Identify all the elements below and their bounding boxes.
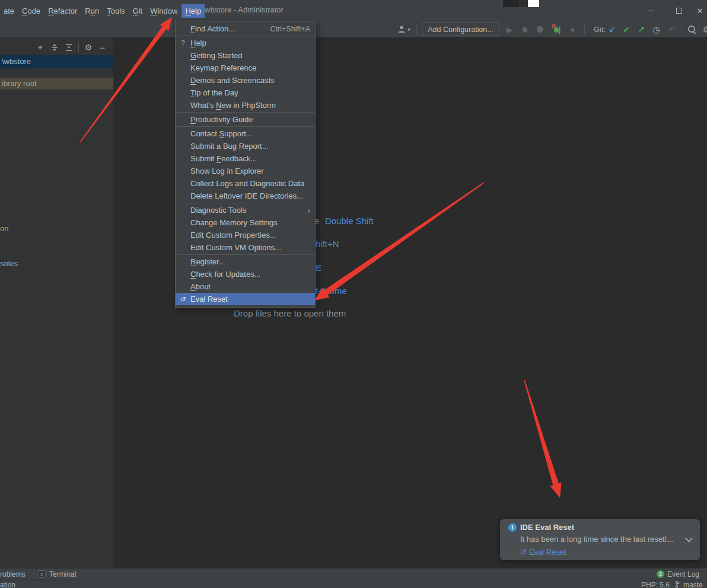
eval-reset-link[interactable]: ↺Eval Reset xyxy=(520,548,566,557)
menu-item-label: About xyxy=(190,282,211,291)
menu-item-help[interactable]: ?Help xyxy=(176,37,315,49)
close-icon: ✕ xyxy=(697,7,703,15)
menu-item-label: Demos and Screencasts xyxy=(190,76,275,85)
menu-item-diagnostic-tools[interactable]: Diagnostic Tools› xyxy=(176,204,315,216)
menubar-item-window[interactable]: Window xyxy=(147,4,181,18)
collapse-all-icon[interactable] xyxy=(65,43,73,52)
menu-separator xyxy=(176,112,315,113)
background-artifact xyxy=(519,0,528,7)
menu-item-label: Eval Reset xyxy=(190,295,228,303)
menu-item-label: Register... xyxy=(190,257,225,266)
menu-item-shortcut: Ctrl+Shift+A xyxy=(270,25,310,33)
history-icon[interactable]: ◷ xyxy=(651,21,661,37)
menu-item-productivity-guide[interactable]: Productivity Guide xyxy=(176,113,315,126)
menu-item-find-action[interactable]: Find Action...Ctrl+Shift+A xyxy=(176,23,315,35)
project-panel: ⌖ ⚙ − \wbstore ibrary root on soles xyxy=(0,37,113,568)
expand-notification-icon[interactable] xyxy=(685,535,693,542)
terminal-icon: ≥ xyxy=(38,570,46,578)
menu-item-label: What's New in PhpStorm xyxy=(190,101,276,110)
menu-item-contact-support[interactable]: Contact Support... xyxy=(176,127,315,140)
menubar-item-run[interactable]: Run xyxy=(81,4,103,18)
menu-item-show-log-in-explorer[interactable]: Show Log in Explorer xyxy=(176,165,315,177)
menu-item-keymap-reference[interactable]: Keymap Reference xyxy=(176,62,315,74)
problems-toolwindow-button[interactable]: roblems xyxy=(0,570,26,579)
menu-item-eval-reset[interactable]: ↺Eval Reset xyxy=(176,293,315,305)
menu-item-label: Delete Leftover IDE Directories... xyxy=(190,191,303,200)
php-version-widget[interactable]: PHP: 5.6 xyxy=(641,581,670,588)
hint-shortcut-recent-files: E xyxy=(316,263,321,273)
library-root-row[interactable]: ibrary root xyxy=(0,78,113,90)
toolbar-divider xyxy=(681,25,681,34)
close-button[interactable]: ✕ xyxy=(693,0,707,21)
menubar-item-code[interactable]: Code xyxy=(18,4,44,18)
coverage-icon[interactable] xyxy=(536,21,545,37)
add-configuration-button[interactable]: Add Configuration... xyxy=(422,23,499,36)
menu-item-delete-leftover-ide-directories[interactable]: Delete Leftover IDE Directories... xyxy=(176,190,315,202)
expand-all-icon[interactable] xyxy=(50,43,59,52)
menu-item-check-for-updates[interactable]: Check for Updates... xyxy=(176,268,315,280)
menu-item-edit-custom-properties[interactable]: Edit Custom Properties... xyxy=(176,229,315,241)
debug-icon[interactable] xyxy=(520,21,530,37)
menu-item-submit-feedback[interactable]: Submit Feedback... xyxy=(176,152,315,165)
locate-icon[interactable]: ⌖ xyxy=(33,43,47,53)
menu-item-about[interactable]: About xyxy=(176,280,315,293)
hint-shortcut-go-to-file: hift+N xyxy=(316,239,339,249)
menu-item-label: Check for Updates... xyxy=(190,270,261,279)
toolbar-divider xyxy=(416,25,417,34)
hide-panel-icon[interactable]: − xyxy=(95,43,110,53)
git-branch-icon xyxy=(675,581,681,588)
git-push-icon[interactable]: ↗ xyxy=(636,21,646,37)
window-title: wbstore - Administrator xyxy=(205,5,284,14)
arrow-to-eval-reset-item xyxy=(314,182,485,301)
rollback-icon[interactable]: ↶ xyxy=(667,21,676,37)
menubar-item-git[interactable]: Git xyxy=(129,4,147,18)
run-icon[interactable]: ▶ xyxy=(505,21,514,37)
window-controls: ✕ xyxy=(637,0,707,21)
tree-item-partial[interactable]: on xyxy=(0,224,8,233)
menu-item-what-s-new-in-phpstorm[interactable]: What's New in PhpStorm xyxy=(176,99,315,111)
menu-item-label: Submit a Bug Report... xyxy=(190,142,269,151)
maximize-button[interactable] xyxy=(665,0,693,21)
help-dropdown-menu: Find Action...Ctrl+Shift+A?HelpGetting S… xyxy=(175,21,316,308)
submenu-arrow-icon: › xyxy=(307,206,310,215)
menubar-item-tools[interactable]: Tools xyxy=(103,4,128,18)
menu-item-getting-started[interactable]: Getting Started xyxy=(176,49,315,62)
arrow-to-notification xyxy=(524,380,562,498)
menubar-item-help[interactable]: Help xyxy=(181,4,205,18)
menu-item-submit-a-bug-report[interactable]: Submit a Bug Report... xyxy=(176,140,315,152)
menu-separator xyxy=(176,126,315,127)
user-account-icon[interactable]: ▾ xyxy=(395,21,413,37)
terminal-toolwindow-button[interactable]: Terminal xyxy=(49,570,76,579)
git-commit-icon[interactable]: ✔ xyxy=(622,21,631,37)
menu-item-label: Diagnostic Tools xyxy=(190,206,246,215)
panel-toolbar-divider xyxy=(78,43,79,52)
menu-separator xyxy=(176,254,315,255)
search-everywhere-icon[interactable] xyxy=(687,21,698,37)
tree-item-partial[interactable]: soles xyxy=(0,259,18,268)
minimize-button[interactable] xyxy=(637,0,665,21)
notification-title: IDE Eval Reset xyxy=(520,523,574,532)
settings-gear-icon[interactable]: ⚙ xyxy=(702,21,707,37)
menu-item-change-memory-settings[interactable]: Change Memory Settings xyxy=(176,216,315,229)
maximize-icon xyxy=(676,8,682,14)
menu-item-demos-and-screencasts[interactable]: Demos and Screencasts xyxy=(176,74,315,87)
git-update-icon[interactable]: ↙ xyxy=(607,21,617,37)
menubar-item-refactor[interactable]: Refactor xyxy=(44,4,81,18)
menu-item-label: Submit Feedback... xyxy=(190,154,257,163)
event-log-button[interactable]: Event Log xyxy=(667,570,699,579)
menu-item-label: Tip of the Day xyxy=(190,88,238,97)
xdebug-listen-icon[interactable]: ⊘] xyxy=(550,21,562,37)
git-branch-widget[interactable]: maste xyxy=(683,581,703,588)
gear-icon[interactable]: ⚙ xyxy=(81,43,95,52)
menu-item-tip-of-the-day[interactable]: Tip of the Day xyxy=(176,87,315,99)
menu-item-collect-logs-and-diagnostic-data[interactable]: Collect Logs and Diagnostic Data xyxy=(176,177,315,190)
project-root-row[interactable]: \wbstore xyxy=(0,55,113,68)
menu-separator xyxy=(176,203,315,203)
menu-item-label: Change Memory Settings xyxy=(190,218,278,227)
menu-item-register[interactable]: Register... xyxy=(176,255,315,268)
stop-icon[interactable]: ■ xyxy=(568,21,577,37)
menu-item-edit-custom-vm-options[interactable]: Edit Custom VM Options... xyxy=(176,241,315,254)
menubar-item-ate[interactable]: ate xyxy=(0,4,18,18)
menu-item-label: Collect Logs and Diagnostic Data xyxy=(190,179,304,188)
help-icon: ? xyxy=(176,39,190,47)
